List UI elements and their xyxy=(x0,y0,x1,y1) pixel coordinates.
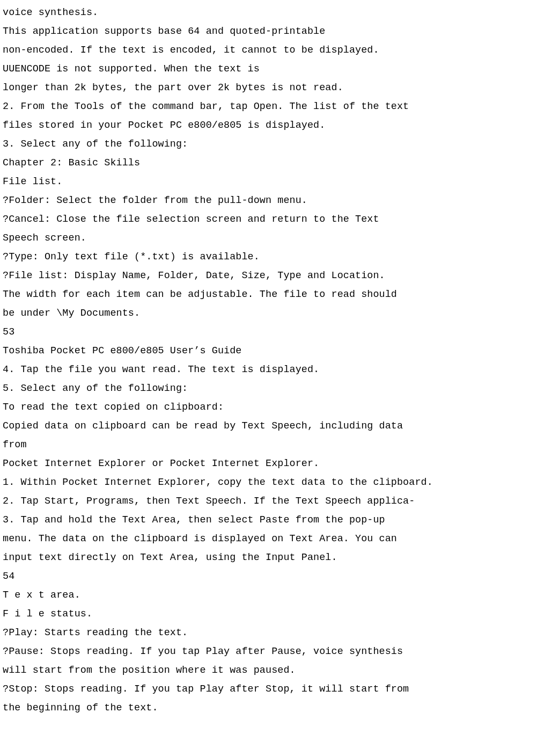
text-line: Pocket Internet Explorer or Pocket Inter… xyxy=(3,454,534,473)
text-line: 5. Select any of the following: xyxy=(3,379,534,398)
text-line: 3. Select any of the following: xyxy=(3,135,534,154)
text-line: menu. The data on the clipboard is displ… xyxy=(3,529,534,548)
text-line: ?Type: Only text file (*.txt) is availab… xyxy=(3,248,534,266)
document-body: voice synthesis.This application support… xyxy=(3,3,534,717)
text-line: 53 xyxy=(3,323,534,341)
text-line: The width for each item can be adjustabl… xyxy=(3,285,534,304)
text-line: This application supports base 64 and qu… xyxy=(3,22,534,41)
text-line: UUENCODE is not supported. When the text… xyxy=(3,60,534,78)
text-line: File list. xyxy=(3,172,534,191)
text-line: will start from the position where it wa… xyxy=(3,661,534,680)
text-line: voice synthesis. xyxy=(3,3,534,22)
text-line: Toshiba Pocket PC e800/e805 User’s Guide xyxy=(3,341,534,360)
text-line: To read the text copied on clipboard: xyxy=(3,398,534,417)
text-line: Copied data on clipboard can be read by … xyxy=(3,417,534,435)
text-line: ?File list: Display Name, Folder, Date, … xyxy=(3,266,534,285)
text-line: input text directly on Text Area, using … xyxy=(3,548,534,567)
text-line: longer than 2k bytes, the part over 2k b… xyxy=(3,78,534,97)
text-line: ?Pause: Stops reading. If you tap Play a… xyxy=(3,642,534,661)
text-line: non-encoded. If the text is encoded, it … xyxy=(3,41,534,60)
text-line: 54 xyxy=(3,567,534,586)
text-line: T e x t area. xyxy=(3,586,534,605)
text-line: ?Play: Starts reading the text. xyxy=(3,623,534,642)
text-line: 3. Tap and hold the Text Area, then sele… xyxy=(3,511,534,529)
text-line: F i l e status. xyxy=(3,605,534,623)
text-line: the beginning of the text. xyxy=(3,699,534,717)
text-line: be under \My Documents. xyxy=(3,304,534,323)
text-line: ?Stop: Stops reading. If you tap Play af… xyxy=(3,680,534,699)
text-line: 1. Within Pocket Internet Explorer, copy… xyxy=(3,473,534,492)
text-line: 2. From the Tools of the command bar, ta… xyxy=(3,97,534,116)
text-line: ?Cancel: Close the file selection screen… xyxy=(3,210,534,229)
text-line: files stored in your Pocket PC e800/e805… xyxy=(3,116,534,135)
text-line: ?Folder: Select the folder from the pull… xyxy=(3,191,534,210)
text-line: Speech screen. xyxy=(3,229,534,248)
text-line: 4. Tap the file you want read. The text … xyxy=(3,360,534,379)
text-line: from xyxy=(3,435,534,454)
text-line: Chapter 2: Basic Skills xyxy=(3,154,534,172)
text-line: 2. Tap Start, Programs, then Text Speech… xyxy=(3,492,534,511)
